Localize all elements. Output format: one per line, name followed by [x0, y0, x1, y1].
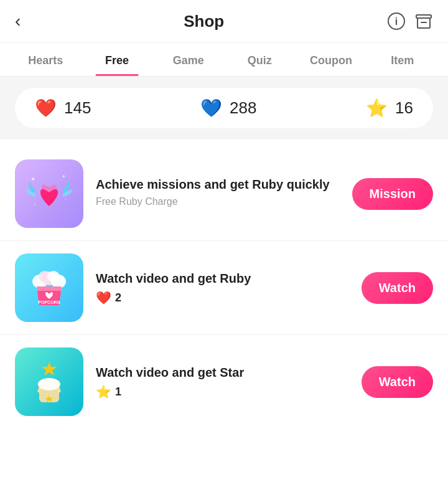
popcorn-illustration: POPCORN	[24, 263, 74, 313]
mission-item-subtitle: Free Ruby Charge	[96, 196, 340, 207]
page-title: Shop	[184, 12, 224, 31]
watch-ruby-item-image: POPCORN	[15, 253, 83, 322]
hearts-stat: ❤️ 145	[35, 98, 91, 118]
ruby-icon: 💙	[200, 98, 222, 118]
shop-items-list: ✦ ✦ + + Achieve missions and get Ruby qu…	[0, 139, 448, 436]
watch-ruby-reward-value: 2	[115, 291, 121, 305]
archive-icon	[414, 12, 433, 31]
tab-game[interactable]: Game	[152, 43, 224, 76]
svg-text:POPCORN: POPCORN	[38, 300, 60, 305]
info-button[interactable]: i	[387, 12, 406, 31]
rubies-stat: 💙 288	[200, 98, 256, 118]
list-item: Watch video and get Star ⭐ 1 Watch	[0, 335, 448, 428]
stats-container: ❤️ 145 💙 288 ⭐ 16	[15, 88, 433, 128]
mission-item-title: Achieve missions and get Ruby quickly	[96, 176, 340, 192]
archive-button[interactable]	[414, 12, 433, 31]
list-item: ✦ ✦ + + Achieve missions and get Ruby qu…	[0, 147, 448, 241]
tab-free[interactable]: Free	[82, 43, 153, 76]
mission-item-action: Mission	[352, 178, 433, 210]
heart-reward-icon: ❤️	[96, 290, 111, 305]
watch-star-reward: ⭐ 1	[96, 384, 349, 399]
mission-item-content: Achieve missions and get Ruby quickly Fr…	[96, 176, 340, 211]
watch-star-item-title: Watch video and get Star	[96, 364, 349, 380]
watch-star-item-action: Watch	[362, 366, 433, 398]
svg-text:+: +	[34, 202, 36, 207]
tab-bar: Hearts Free Game Quiz Coupon Item	[0, 43, 448, 77]
hearts-value: 145	[64, 98, 91, 118]
hearts-wings-illustration: ✦ ✦ + +	[24, 169, 74, 219]
svg-point-17	[38, 378, 60, 390]
svg-text:✦: ✦	[30, 176, 35, 182]
watch-star-item-content: Watch video and get Star ⭐ 1	[96, 364, 349, 399]
list-item: POPCORN Watch video and get Ruby ❤️ 2 Wa…	[0, 241, 448, 335]
watch-ruby-item-action: Watch	[362, 272, 433, 304]
star-icon: ⭐	[366, 98, 388, 118]
tab-coupon[interactable]: Coupon	[296, 43, 367, 76]
stars-value: 16	[395, 98, 413, 118]
stats-bar: ❤️ 145 💙 288 ⭐ 16	[0, 77, 448, 139]
tab-item[interactable]: Item	[366, 43, 438, 76]
svg-marker-15	[42, 362, 57, 376]
header: ‹ Shop i	[0, 0, 448, 43]
dessert-illustration	[24, 357, 74, 407]
svg-text:+: +	[65, 197, 67, 201]
star-reward-icon: ⭐	[96, 384, 111, 399]
watch-star-reward-value: 1	[115, 385, 121, 399]
header-actions: i	[387, 12, 433, 31]
back-button[interactable]: ‹	[15, 11, 21, 31]
watch-ruby-reward: ❤️ 2	[96, 290, 349, 305]
watch-star-item-image	[15, 347, 83, 416]
mission-item-image: ✦ ✦ + +	[15, 159, 83, 228]
tab-quiz[interactable]: Quiz	[224, 43, 296, 76]
watch-star-button[interactable]: Watch	[362, 366, 433, 398]
watch-ruby-item-content: Watch video and get Ruby ❤️ 2	[96, 270, 349, 305]
tab-hearts[interactable]: Hearts	[10, 43, 82, 76]
heart-icon: ❤️	[35, 98, 57, 118]
rubies-value: 288	[230, 98, 256, 118]
watch-ruby-button[interactable]: Watch	[362, 272, 433, 304]
mission-button[interactable]: Mission	[352, 178, 433, 210]
svg-text:✦: ✦	[62, 174, 66, 179]
svg-text:i: i	[395, 16, 398, 27]
stars-stat: ⭐ 16	[366, 98, 413, 118]
info-icon: i	[387, 12, 406, 31]
svg-point-13	[47, 271, 60, 282]
watch-ruby-item-title: Watch video and get Ruby	[96, 270, 349, 286]
